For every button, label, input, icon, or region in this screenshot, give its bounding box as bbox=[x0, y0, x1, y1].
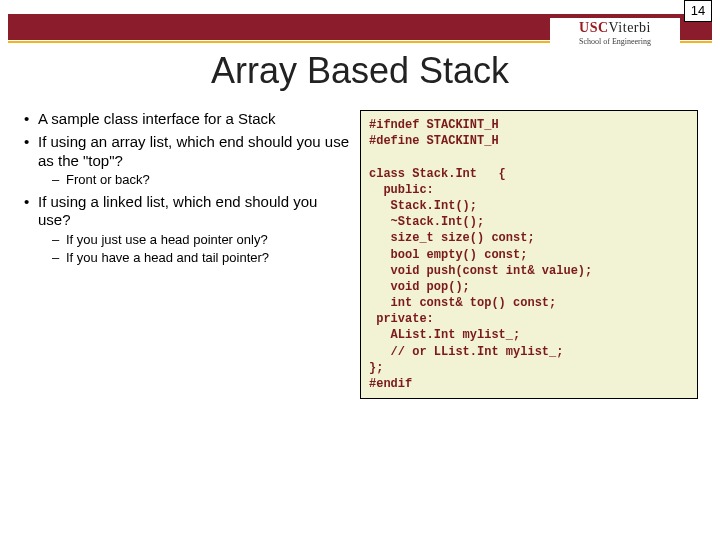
logo-subtitle: School of Engineering bbox=[550, 37, 680, 46]
usc-viterbi-logo: USCViterbi School of Engineering bbox=[550, 18, 680, 58]
bullet-item: If using an array list, which end should… bbox=[22, 133, 352, 189]
bullet-text: If using an array list, which end should… bbox=[38, 133, 349, 169]
sub-bullet-item: Front or back? bbox=[38, 172, 352, 188]
content-area: A sample class interface for a Stack If … bbox=[22, 110, 698, 399]
logo-viterbi-text: Viterbi bbox=[609, 20, 651, 35]
sub-bullet-item: If you just use a head pointer only? bbox=[38, 232, 352, 248]
logo-usc-text: USC bbox=[579, 20, 609, 35]
sub-bullet-item: If you have a head and tail pointer? bbox=[38, 250, 352, 266]
bullet-text: If using a linked list, which end should… bbox=[38, 193, 317, 229]
code-block: #ifndef STACKINT_H #define STACKINT_H cl… bbox=[360, 110, 698, 399]
bullet-item: A sample class interface for a Stack bbox=[22, 110, 352, 129]
page-number: 14 bbox=[684, 0, 712, 22]
bullet-column: A sample class interface for a Stack If … bbox=[22, 110, 352, 399]
bullet-item: If using a linked list, which end should… bbox=[22, 193, 352, 267]
